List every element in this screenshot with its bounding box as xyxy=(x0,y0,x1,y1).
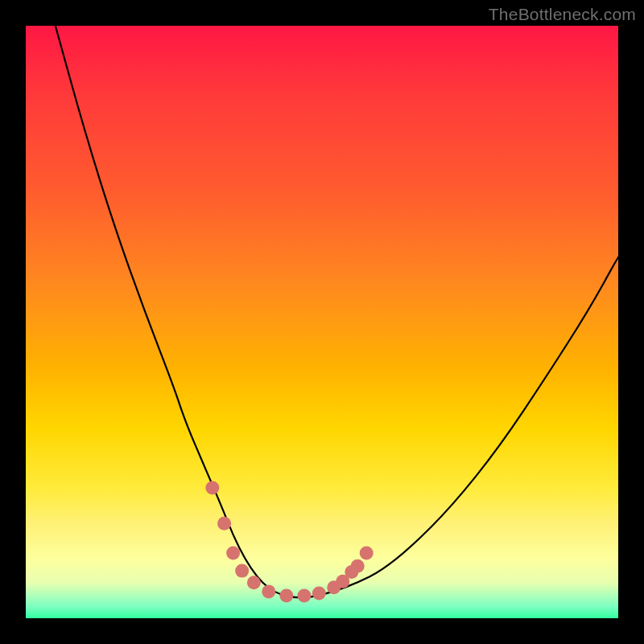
chart-frame: TheBottleneck.com xyxy=(0,0,644,644)
watermark-text: TheBottleneck.com xyxy=(489,5,636,24)
gradient-background xyxy=(26,26,618,618)
